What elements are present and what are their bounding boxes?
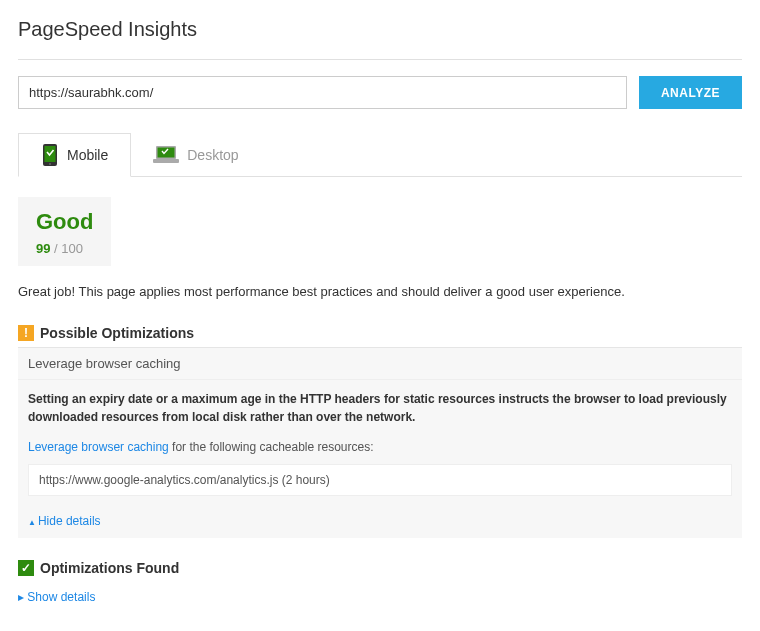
- svg-rect-4: [158, 147, 175, 157]
- possible-optimizations-header: ! Possible Optimizations: [18, 319, 742, 347]
- tabs: Mobile Desktop: [18, 133, 742, 177]
- content-area: Good 99 / 100 Great job! This page appli…: [18, 177, 742, 631]
- svg-rect-5: [153, 159, 179, 163]
- analyze-button[interactable]: ANALYZE: [639, 76, 742, 109]
- optimization-link-row: Leverage browser caching for the followi…: [18, 436, 742, 464]
- warning-icon: !: [18, 325, 34, 341]
- expand-arrow-icon: ▸: [18, 590, 27, 604]
- url-input[interactable]: [18, 76, 627, 109]
- leverage-caching-link[interactable]: Leverage browser caching: [28, 440, 169, 454]
- resource-item: https://www.google-analytics.com/analyti…: [28, 464, 732, 496]
- svg-point-2: [49, 163, 51, 165]
- possible-optimizations-box: Leverage browser caching Setting an expi…: [18, 347, 742, 538]
- page-title: PageSpeed Insights: [18, 18, 742, 41]
- divider: [18, 59, 742, 60]
- possible-optimizations-title: Possible Optimizations: [40, 325, 194, 341]
- score-box: Good 99 / 100: [18, 197, 111, 266]
- check-icon: ✓: [18, 560, 34, 576]
- score-separator: /: [50, 241, 61, 256]
- hide-details-label: Hide details: [38, 514, 101, 528]
- collapse-arrow-icon: ▲: [28, 518, 36, 527]
- optimization-link-after: for the following cacheable resources:: [169, 440, 374, 454]
- score-value: 99 / 100: [36, 241, 93, 256]
- show-details-toggle[interactable]: ▸ Show details: [18, 582, 742, 612]
- hide-details-toggle[interactable]: ▲Hide details: [18, 506, 742, 538]
- tab-mobile-label: Mobile: [67, 147, 108, 163]
- score-number: 99: [36, 241, 50, 256]
- optimization-subheading: Leverage browser caching: [18, 348, 742, 380]
- desktop-icon: [153, 145, 179, 165]
- tab-desktop-label: Desktop: [187, 147, 238, 163]
- url-bar: ANALYZE: [18, 76, 742, 109]
- optimization-description: Setting an expiry date or a maximum age …: [18, 380, 742, 436]
- tab-desktop[interactable]: Desktop: [131, 133, 260, 176]
- mobile-icon: [41, 144, 59, 166]
- show-details-label: Show details: [27, 590, 95, 604]
- score-label: Good: [36, 209, 93, 235]
- optimizations-found-header: ✓ Optimizations Found: [18, 554, 742, 582]
- score-total: 100: [61, 241, 83, 256]
- tab-mobile[interactable]: Mobile: [18, 133, 131, 177]
- optimizations-found-title: Optimizations Found: [40, 560, 179, 576]
- summary-text: Great job! This page applies most perfor…: [18, 284, 742, 299]
